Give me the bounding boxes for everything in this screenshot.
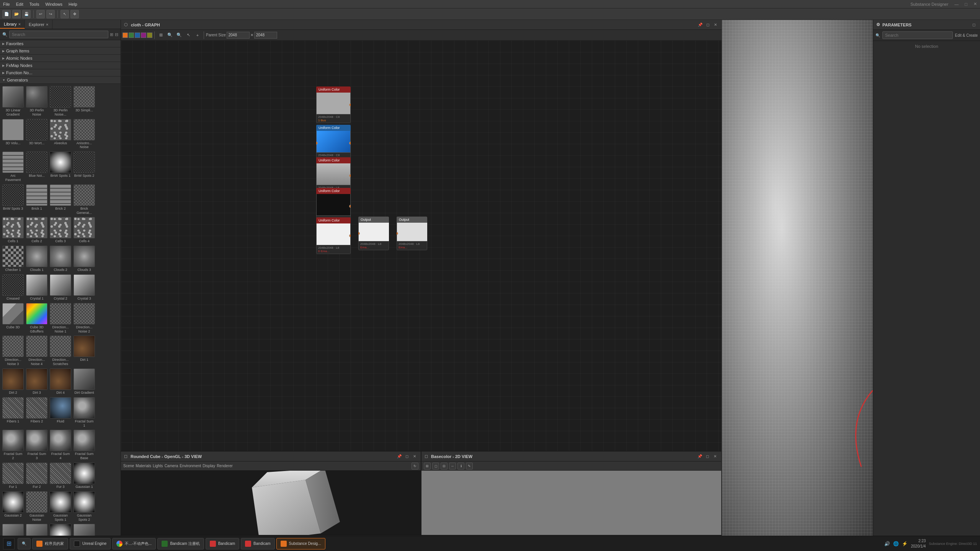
- texture-item-10[interactable]: BnW Spots 1: [49, 151, 72, 183]
- save-btn[interactable]: 💾: [22, 10, 31, 18]
- view-2d-btn2[interactable]: ◻: [432, 463, 439, 469]
- texture-item-49[interactable]: Fur 2: [25, 462, 48, 490]
- section-fxmap[interactable]: ▶ FxMap Nodes: [0, 62, 121, 69]
- view-2d-pin[interactable]: 📌: [697, 453, 703, 460]
- view-2d-btn6[interactable]: ✎: [466, 463, 473, 469]
- section-function-nodes[interactable]: ▶ Function No...: [0, 69, 121, 77]
- taskbar-item-substance[interactable]: Substance Desig...: [276, 538, 325, 549]
- texture-item-9[interactable]: Blue Noi...: [25, 151, 48, 183]
- color-swatch-4[interactable]: [141, 33, 146, 38]
- graph-float-btn[interactable]: ◻: [705, 22, 711, 28]
- view-2d-btn3[interactable]: ⊟: [441, 463, 448, 469]
- explorer-tab[interactable]: Explorer ×: [25, 20, 52, 29]
- materials-btn[interactable]: Materials: [136, 464, 151, 468]
- texture-item-54[interactable]: Gaussian Spots 1: [49, 491, 72, 523]
- taskbar-item-unreal[interactable]: Unreal Engine: [70, 538, 111, 549]
- texture-item-21[interactable]: Clouds 1: [25, 245, 48, 273]
- graph-zoom-out[interactable]: 🔍: [175, 31, 183, 39]
- taskbar-item-chrome[interactable]: 不...-不动声色...: [112, 538, 156, 549]
- taskbar-item-bandicam-reg[interactable]: Bandicam 注册机: [157, 538, 204, 549]
- camera-btn[interactable]: Camera: [165, 464, 178, 468]
- texture-item-14[interactable]: Brick 2: [49, 184, 72, 216]
- lights-btn[interactable]: Lights: [153, 464, 163, 468]
- texture-item-13[interactable]: Brick 1: [25, 184, 48, 216]
- texture-item-42[interactable]: Fluid: [49, 396, 72, 429]
- texture-item-43[interactable]: Fractal Sum 1: [73, 396, 96, 429]
- filter-icon[interactable]: ⊞: [110, 32, 113, 37]
- view-2d-close[interactable]: ✕: [712, 453, 718, 460]
- color-swatch-1[interactable]: [122, 33, 128, 38]
- scene-btn[interactable]: Scene: [123, 464, 134, 468]
- color-swatch-3[interactable]: [135, 33, 140, 38]
- texture-item-41[interactable]: Fibers 2: [25, 396, 48, 429]
- taskbar-item-bandicam2[interactable]: Bandicam: [241, 538, 274, 549]
- texture-item-20[interactable]: Checker 1: [2, 245, 24, 273]
- texture-item-1[interactable]: 3D Perlin Noise: [25, 85, 48, 117]
- texture-item-7[interactable]: Anisotro... Noise: [73, 118, 96, 150]
- texture-item-4[interactable]: 3D Volu...: [2, 118, 24, 150]
- texture-item-11[interactable]: BnW Spots 2: [73, 151, 96, 183]
- texture-item-35[interactable]: Dirt 1: [73, 335, 96, 367]
- texture-item-22[interactable]: Clouds 2: [49, 245, 72, 273]
- texture-item-31[interactable]: Direction... Noise 2: [73, 302, 96, 334]
- texture-item-3[interactable]: 3D Simpli...: [73, 85, 96, 117]
- tray-icon-3[interactable]: ⚡: [902, 541, 908, 546]
- texture-item-50[interactable]: Fur 3: [49, 462, 72, 490]
- view-2d-btn4[interactable]: ↔: [449, 463, 456, 469]
- texture-item-32[interactable]: Direction... Noise 3: [2, 335, 24, 367]
- texture-item-40[interactable]: Fibers 1: [2, 396, 24, 429]
- menu-help[interactable]: Help: [69, 2, 77, 7]
- node-5-output[interactable]: [349, 234, 351, 237]
- texture-item-12[interactable]: BnW Spots 3: [2, 184, 24, 216]
- view-3d-float[interactable]: ◻: [404, 453, 410, 460]
- texture-item-2[interactable]: 3D Perlin Noise...: [49, 85, 72, 117]
- view-2d-canvas[interactable]: [421, 471, 721, 535]
- select-btn[interactable]: ↖: [60, 10, 69, 18]
- window-maximize[interactable]: □: [965, 2, 967, 7]
- params-float-btn[interactable]: ◻: [971, 22, 977, 28]
- texture-item-39[interactable]: Dirt Gradient: [73, 368, 96, 396]
- texture-item-24[interactable]: Creased: [2, 274, 24, 302]
- texture-item-26[interactable]: Crystal 2: [49, 274, 72, 302]
- texture-item-6[interactable]: Alveolus: [49, 118, 72, 150]
- graph-select[interactable]: ↖: [184, 31, 193, 39]
- texture-item-46[interactable]: Fractal Sum 4: [49, 429, 72, 461]
- menu-windows[interactable]: Windows: [45, 2, 62, 7]
- section-graph-items[interactable]: ▶ Graph Items: [0, 47, 121, 55]
- environment-btn[interactable]: Environment: [180, 464, 201, 468]
- texture-item-23[interactable]: Clouds 3: [73, 245, 96, 273]
- texture-item-30[interactable]: Direction... Noise 1: [49, 302, 72, 334]
- resolution-height-input[interactable]: 2048: [254, 32, 277, 39]
- texture-item-15[interactable]: Brick Generat...: [73, 184, 96, 216]
- texture-item-53[interactable]: Gaussian Noise: [25, 491, 48, 523]
- view-2d-float[interactable]: ◻: [704, 453, 710, 460]
- new-btn[interactable]: 📄: [2, 10, 11, 18]
- texture-item-33[interactable]: Direction... Noise 4: [25, 335, 48, 367]
- texture-item-52[interactable]: Gaussian 2: [2, 491, 24, 523]
- node-2-output[interactable]: [349, 142, 351, 145]
- tray-icon-1[interactable]: 🔊: [884, 541, 890, 546]
- menu-edit[interactable]: Edit: [16, 2, 23, 7]
- window-close[interactable]: ✕: [973, 2, 977, 7]
- texture-item-27[interactable]: Crystal 3: [73, 274, 96, 302]
- view-3d-rotate[interactable]: ↻: [412, 463, 418, 469]
- texture-item-17[interactable]: Cells 2: [25, 216, 48, 244]
- taskbar-item-bandicam1[interactable]: Bandicam: [206, 538, 239, 549]
- params-edit-create[interactable]: Edit & Create: [955, 33, 978, 37]
- texture-item-29[interactable]: Cube 3D GBuffers: [25, 302, 48, 334]
- node-2[interactable]: Uniform Color 2048x2048 · C8Diffuse: [316, 125, 351, 161]
- tray-icon-2[interactable]: 🌐: [893, 541, 899, 546]
- section-generators[interactable]: ▼ Generators: [0, 77, 121, 84]
- texture-item-55[interactable]: Gaussian Spots 2: [73, 491, 96, 523]
- texture-item-51[interactable]: Gaussian 1: [73, 462, 96, 490]
- view-2d-btn1[interactable]: ⊞: [424, 463, 431, 469]
- undo-btn[interactable]: ↩: [36, 10, 45, 18]
- graph-pin-btn[interactable]: 📌: [697, 22, 703, 28]
- taskbar-search[interactable]: 🔍: [18, 538, 31, 549]
- resolution-input[interactable]: 2048: [227, 32, 250, 39]
- texture-item-37[interactable]: Dirt 3: [25, 368, 48, 396]
- move-btn[interactable]: ✥: [70, 10, 79, 18]
- texture-item-45[interactable]: Fractal Sum 3: [25, 429, 48, 461]
- node-7[interactable]: Output 2048x2048 · L8Ema...: [397, 217, 427, 250]
- node-1[interactable]: Uniform Color 2048x2048 · C81 Bus: [316, 86, 351, 123]
